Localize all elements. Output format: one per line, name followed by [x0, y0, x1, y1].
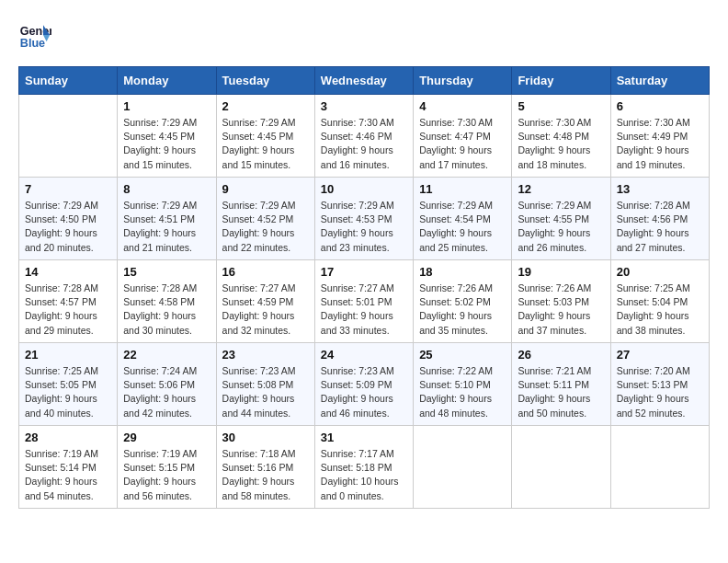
calendar-cell: 16Sunrise: 7:27 AM Sunset: 4:59 PM Dayli…	[216, 260, 314, 343]
day-info: Sunrise: 7:25 AM Sunset: 5:05 PM Dayligh…	[25, 364, 111, 420]
day-number: 6	[617, 99, 703, 113]
week-row-2: 7Sunrise: 7:29 AM Sunset: 4:50 PM Daylig…	[19, 178, 710, 260]
calendar-cell: 5Sunrise: 7:30 AM Sunset: 4:48 PM Daylig…	[512, 95, 610, 178]
calendar-table: SundayMondayTuesdayWednesdayThursdayFrid…	[18, 66, 710, 509]
day-info: Sunrise: 7:30 AM Sunset: 4:49 PM Dayligh…	[617, 116, 703, 172]
day-info: Sunrise: 7:19 AM Sunset: 5:14 PM Dayligh…	[25, 447, 111, 503]
calendar-cell: 14Sunrise: 7:28 AM Sunset: 4:57 PM Dayli…	[19, 260, 118, 343]
day-info: Sunrise: 7:29 AM Sunset: 4:54 PM Dayligh…	[419, 199, 506, 255]
day-header-tuesday: Tuesday	[216, 67, 314, 95]
day-number: 18	[419, 265, 506, 279]
day-info: Sunrise: 7:29 AM Sunset: 4:51 PM Dayligh…	[123, 199, 210, 255]
calendar-cell: 11Sunrise: 7:29 AM Sunset: 4:54 PM Dayli…	[414, 178, 512, 260]
day-header-friday: Friday	[512, 67, 610, 95]
calendar-cell	[610, 426, 709, 509]
day-info: Sunrise: 7:28 AM Sunset: 4:58 PM Dayligh…	[123, 282, 210, 338]
day-info: Sunrise: 7:29 AM Sunset: 4:55 PM Dayligh…	[518, 199, 604, 255]
day-number: 13	[617, 182, 703, 196]
day-info: Sunrise: 7:29 AM Sunset: 4:45 PM Dayligh…	[123, 116, 210, 172]
day-number: 25	[419, 348, 506, 362]
day-number: 30	[222, 431, 309, 444]
day-info: Sunrise: 7:30 AM Sunset: 4:46 PM Dayligh…	[321, 116, 407, 172]
day-info: Sunrise: 7:29 AM Sunset: 4:50 PM Dayligh…	[25, 199, 111, 255]
calendar-cell: 7Sunrise: 7:29 AM Sunset: 4:50 PM Daylig…	[19, 178, 118, 260]
day-number: 7	[25, 182, 111, 196]
day-number: 20	[617, 265, 703, 279]
day-number: 19	[518, 265, 604, 279]
calendar-cell: 31Sunrise: 7:17 AM Sunset: 5:18 PM Dayli…	[314, 426, 413, 509]
day-number: 2	[222, 99, 309, 113]
calendar-cell: 30Sunrise: 7:18 AM Sunset: 5:16 PM Dayli…	[216, 426, 314, 509]
calendar-cell: 29Sunrise: 7:19 AM Sunset: 5:15 PM Dayli…	[118, 426, 216, 509]
day-info: Sunrise: 7:21 AM Sunset: 5:11 PM Dayligh…	[518, 364, 604, 420]
day-number: 31	[321, 431, 407, 444]
day-info: Sunrise: 7:18 AM Sunset: 5:16 PM Dayligh…	[222, 447, 309, 503]
calendar-cell: 17Sunrise: 7:27 AM Sunset: 5:01 PM Dayli…	[314, 260, 413, 343]
logo-icon: General Blue	[18, 18, 51, 52]
calendar-cell: 18Sunrise: 7:26 AM Sunset: 5:02 PM Dayli…	[414, 260, 512, 343]
day-number: 23	[222, 348, 309, 362]
day-number: 14	[25, 265, 111, 279]
day-number: 15	[123, 265, 210, 279]
calendar-cell: 22Sunrise: 7:24 AM Sunset: 5:06 PM Dayli…	[118, 343, 216, 426]
day-info: Sunrise: 7:22 AM Sunset: 5:10 PM Dayligh…	[419, 364, 506, 420]
week-row-4: 21Sunrise: 7:25 AM Sunset: 5:05 PM Dayli…	[19, 343, 710, 426]
day-number: 24	[321, 348, 407, 362]
calendar-cell: 24Sunrise: 7:23 AM Sunset: 5:09 PM Dayli…	[314, 343, 413, 426]
calendar-cell: 8Sunrise: 7:29 AM Sunset: 4:51 PM Daylig…	[118, 178, 216, 260]
page-header: General Blue	[18, 18, 710, 52]
calendar-cell: 26Sunrise: 7:21 AM Sunset: 5:11 PM Dayli…	[512, 343, 610, 426]
day-info: Sunrise: 7:26 AM Sunset: 5:03 PM Dayligh…	[518, 282, 604, 338]
day-info: Sunrise: 7:27 AM Sunset: 5:01 PM Dayligh…	[321, 282, 407, 338]
calendar-cell: 23Sunrise: 7:23 AM Sunset: 5:08 PM Dayli…	[216, 343, 314, 426]
calendar-cell: 15Sunrise: 7:28 AM Sunset: 4:58 PM Dayli…	[118, 260, 216, 343]
calendar-cell: 3Sunrise: 7:30 AM Sunset: 4:46 PM Daylig…	[314, 95, 413, 178]
day-info: Sunrise: 7:23 AM Sunset: 5:09 PM Dayligh…	[321, 364, 407, 420]
day-number: 16	[222, 265, 309, 279]
week-row-1: 1Sunrise: 7:29 AM Sunset: 4:45 PM Daylig…	[19, 95, 710, 178]
day-header-saturday: Saturday	[610, 67, 709, 95]
days-header-row: SundayMondayTuesdayWednesdayThursdayFrid…	[19, 67, 710, 95]
calendar-cell	[414, 426, 512, 509]
day-number: 28	[25, 431, 111, 444]
day-info: Sunrise: 7:27 AM Sunset: 4:59 PM Dayligh…	[222, 282, 309, 338]
day-info: Sunrise: 7:30 AM Sunset: 4:47 PM Dayligh…	[419, 116, 506, 172]
day-number: 27	[617, 348, 703, 362]
day-number: 17	[321, 265, 407, 279]
day-info: Sunrise: 7:17 AM Sunset: 5:18 PM Dayligh…	[321, 447, 407, 503]
calendar-cell: 12Sunrise: 7:29 AM Sunset: 4:55 PM Dayli…	[512, 178, 610, 260]
day-info: Sunrise: 7:30 AM Sunset: 4:48 PM Dayligh…	[518, 116, 604, 172]
day-info: Sunrise: 7:19 AM Sunset: 5:15 PM Dayligh…	[123, 447, 210, 503]
day-number: 5	[518, 99, 604, 113]
calendar-cell: 13Sunrise: 7:28 AM Sunset: 4:56 PM Dayli…	[610, 178, 709, 260]
day-number: 9	[222, 182, 309, 196]
calendar-cell: 10Sunrise: 7:29 AM Sunset: 4:53 PM Dayli…	[314, 178, 413, 260]
day-number: 22	[123, 348, 210, 362]
day-header-sunday: Sunday	[19, 67, 118, 95]
calendar-cell: 21Sunrise: 7:25 AM Sunset: 5:05 PM Dayli…	[19, 343, 118, 426]
week-row-5: 28Sunrise: 7:19 AM Sunset: 5:14 PM Dayli…	[19, 426, 710, 509]
day-number: 26	[518, 348, 604, 362]
day-header-monday: Monday	[118, 67, 216, 95]
calendar-cell: 25Sunrise: 7:22 AM Sunset: 5:10 PM Dayli…	[414, 343, 512, 426]
day-number: 11	[419, 182, 506, 196]
calendar-cell: 20Sunrise: 7:25 AM Sunset: 5:04 PM Dayli…	[610, 260, 709, 343]
day-number: 8	[123, 182, 210, 196]
day-info: Sunrise: 7:29 AM Sunset: 4:53 PM Dayligh…	[321, 199, 407, 255]
day-number: 10	[321, 182, 407, 196]
day-info: Sunrise: 7:29 AM Sunset: 4:52 PM Dayligh…	[222, 199, 309, 255]
day-header-wednesday: Wednesday	[314, 67, 413, 95]
logo: General Blue	[18, 18, 51, 52]
day-header-thursday: Thursday	[414, 67, 512, 95]
day-number: 3	[321, 99, 407, 113]
calendar-cell: 19Sunrise: 7:26 AM Sunset: 5:03 PM Dayli…	[512, 260, 610, 343]
calendar-cell: 6Sunrise: 7:30 AM Sunset: 4:49 PM Daylig…	[610, 95, 709, 178]
day-info: Sunrise: 7:20 AM Sunset: 5:13 PM Dayligh…	[617, 364, 703, 420]
calendar-cell: 27Sunrise: 7:20 AM Sunset: 5:13 PM Dayli…	[610, 343, 709, 426]
calendar-cell	[512, 426, 610, 509]
day-number: 21	[25, 348, 111, 362]
calendar-cell: 1Sunrise: 7:29 AM Sunset: 4:45 PM Daylig…	[118, 95, 216, 178]
calendar-cell: 4Sunrise: 7:30 AM Sunset: 4:47 PM Daylig…	[414, 95, 512, 178]
day-info: Sunrise: 7:24 AM Sunset: 5:06 PM Dayligh…	[123, 364, 210, 420]
day-info: Sunrise: 7:23 AM Sunset: 5:08 PM Dayligh…	[222, 364, 309, 420]
